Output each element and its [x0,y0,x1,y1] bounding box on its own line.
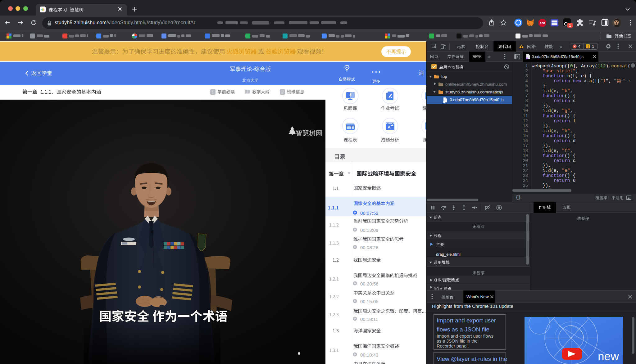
svg-text:ABP: ABP [540,22,545,25]
svg-text:A: A [388,125,391,129]
svg-text:new: new [598,350,619,363]
svg-text:1: 1 [569,24,571,27]
